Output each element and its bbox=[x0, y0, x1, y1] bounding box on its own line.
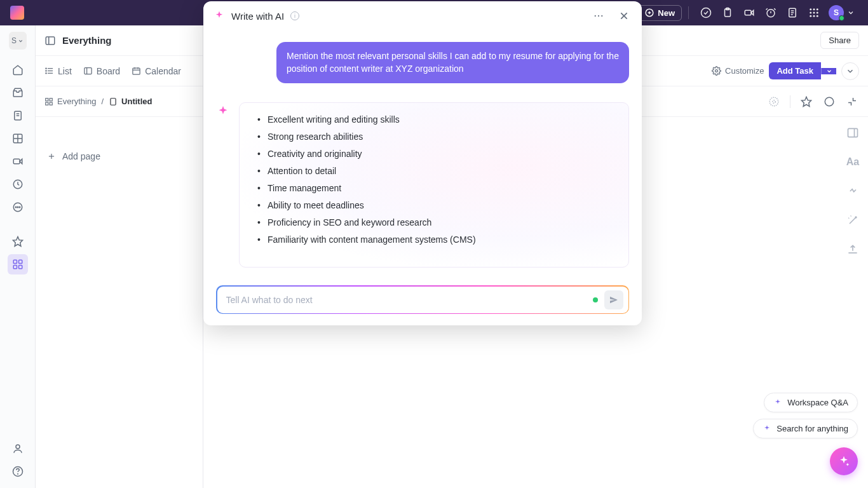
add-page-button[interactable]: Add page bbox=[44, 126, 194, 161]
send-icon bbox=[609, 295, 619, 305]
list-icon bbox=[44, 66, 54, 76]
svg-point-24 bbox=[817, 15, 818, 17]
more-icon[interactable] bbox=[8, 197, 28, 217]
search-pill[interactable]: Search for anything bbox=[753, 419, 858, 438]
wand-icon[interactable] bbox=[846, 214, 860, 227]
svg-rect-41 bbox=[13, 266, 17, 269]
upload-icon[interactable] bbox=[846, 243, 860, 257]
share-button[interactable]: Share bbox=[820, 32, 859, 49]
workspace-switcher[interactable]: S bbox=[9, 32, 27, 50]
apps-grid-icon[interactable] bbox=[808, 7, 820, 18]
nav-rail: S bbox=[0, 25, 36, 488]
workspace-qa-pill[interactable]: Workspace Q&A bbox=[764, 393, 858, 412]
bolt-icon[interactable] bbox=[846, 184, 860, 198]
breadcrumb-separator: / bbox=[101, 97, 104, 106]
svg-rect-40 bbox=[18, 260, 22, 263]
svg-marker-38 bbox=[13, 237, 22, 247]
collapse-icon[interactable] bbox=[845, 95, 859, 109]
svg-line-74 bbox=[850, 217, 856, 224]
ai-sparkle-icon bbox=[773, 398, 782, 407]
svg-rect-72 bbox=[848, 128, 858, 137]
new-button-label: New bbox=[658, 8, 675, 18]
user-message: Mention the most relevant personal skill… bbox=[276, 42, 629, 83]
star-icon[interactable] bbox=[799, 95, 813, 109]
svg-point-22 bbox=[810, 15, 811, 17]
customize-button[interactable]: Customize bbox=[712, 66, 764, 76]
svg-point-37 bbox=[19, 207, 20, 208]
status-dot bbox=[593, 297, 598, 302]
more-options-button[interactable] bbox=[841, 62, 859, 80]
board-icon bbox=[83, 66, 93, 76]
user-avatar[interactable]: S bbox=[829, 5, 844, 20]
invite-icon[interactable] bbox=[8, 438, 28, 459]
svg-rect-62 bbox=[46, 102, 48, 105]
sidebar-toggle-icon[interactable] bbox=[44, 35, 56, 46]
close-icon[interactable] bbox=[616, 8, 632, 24]
svg-point-67 bbox=[715, 70, 718, 72]
ai-skill-item: Time management bbox=[254, 183, 614, 193]
svg-rect-60 bbox=[46, 98, 48, 100]
svg-marker-70 bbox=[802, 97, 811, 106]
favorites-icon[interactable] bbox=[8, 231, 28, 252]
app-logo[interactable] bbox=[10, 6, 24, 20]
svg-rect-64 bbox=[111, 98, 116, 105]
ai-modal: Write with AI i Mention the most relevan… bbox=[203, 1, 642, 325]
modal-menu-button[interactable] bbox=[591, 8, 606, 24]
ai-skill-item: Proficiency in SEO and keyword research bbox=[254, 217, 614, 227]
svg-point-68 bbox=[770, 97, 778, 106]
chevron-down-icon bbox=[18, 38, 24, 44]
clips-icon[interactable] bbox=[8, 151, 28, 172]
add-task-button[interactable]: Add Task bbox=[769, 62, 821, 79]
chevron-down-icon bbox=[826, 68, 832, 74]
timesheets-icon[interactable] bbox=[8, 174, 28, 194]
svg-line-11 bbox=[774, 8, 775, 10]
tab-board[interactable]: Board bbox=[83, 66, 120, 76]
inbox-icon[interactable] bbox=[8, 83, 28, 103]
clipboard-icon[interactable] bbox=[722, 7, 733, 18]
svg-point-77 bbox=[598, 15, 599, 17]
panel-icon[interactable] bbox=[846, 126, 860, 140]
svg-point-23 bbox=[813, 15, 815, 17]
svg-point-21 bbox=[817, 12, 818, 14]
notepad-icon[interactable] bbox=[787, 7, 798, 18]
svg-point-36 bbox=[17, 207, 18, 208]
spaces-icon[interactable] bbox=[8, 254, 28, 274]
dashboards-icon[interactable] bbox=[8, 128, 28, 149]
chevron-down-icon[interactable] bbox=[845, 7, 857, 18]
chevron-down-icon bbox=[846, 67, 855, 76]
typography-icon[interactable]: Aa bbox=[846, 155, 860, 169]
targeting-icon[interactable] bbox=[767, 95, 781, 109]
tab-list[interactable]: List bbox=[44, 66, 72, 76]
docs-icon[interactable] bbox=[8, 105, 28, 126]
ai-fab-button[interactable] bbox=[830, 447, 858, 475]
calendar-icon bbox=[132, 66, 141, 76]
svg-rect-42 bbox=[18, 266, 22, 269]
svg-rect-6 bbox=[745, 10, 751, 15]
send-button[interactable] bbox=[604, 290, 623, 309]
svg-rect-46 bbox=[46, 37, 55, 44]
new-button[interactable]: New bbox=[638, 5, 682, 21]
side-panel: Everything List Board Calendar Everythin… bbox=[36, 25, 203, 488]
add-task-dropdown[interactable] bbox=[821, 68, 836, 74]
ai-sparkle-icon bbox=[214, 10, 225, 22]
ai-response-card: Excellent writing and editing skillsStro… bbox=[239, 102, 629, 268]
grid-icon bbox=[44, 97, 53, 106]
video-icon[interactable] bbox=[743, 7, 755, 18]
plus-circle-icon bbox=[645, 8, 654, 17]
tab-calendar[interactable]: Calendar bbox=[132, 66, 181, 76]
breadcrumb-root[interactable]: Everything bbox=[44, 97, 96, 106]
alarm-icon[interactable] bbox=[765, 7, 776, 18]
breadcrumb: Everything / Untitled bbox=[36, 86, 203, 117]
ai-skill-item: Excellent writing and editing skills bbox=[254, 114, 614, 125]
svg-point-17 bbox=[813, 8, 815, 10]
prompt-input[interactable] bbox=[226, 295, 593, 305]
info-icon[interactable]: i bbox=[290, 11, 299, 20]
breadcrumb-current[interactable]: Untitled bbox=[109, 97, 152, 106]
svg-point-53 bbox=[46, 73, 46, 74]
check-circle-icon[interactable] bbox=[700, 7, 712, 18]
comment-icon[interactable] bbox=[822, 95, 836, 109]
help-icon[interactable] bbox=[8, 461, 28, 482]
home-icon[interactable] bbox=[8, 60, 28, 80]
svg-point-51 bbox=[46, 68, 46, 69]
doc-icon bbox=[109, 97, 118, 106]
